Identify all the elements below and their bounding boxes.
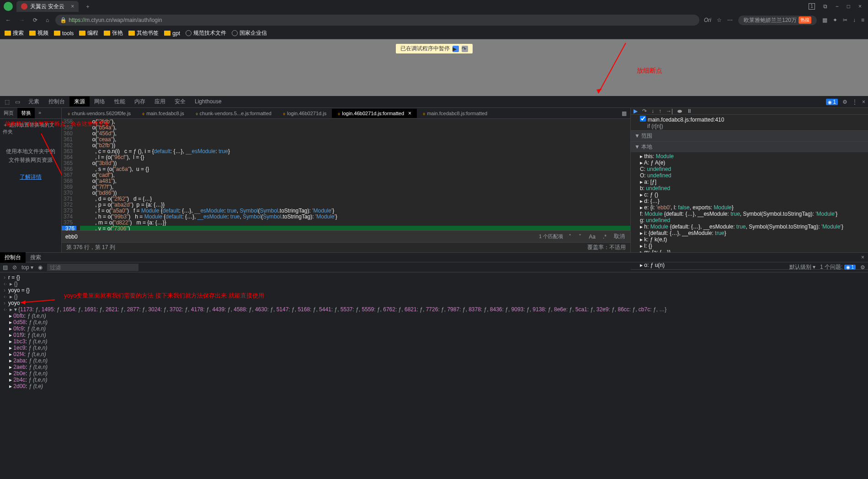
- sidetab-page[interactable]: 网页: [0, 108, 17, 118]
- minimize-icon[interactable]: −: [836, 3, 839, 10]
- local-scope-header[interactable]: ▼ 本地: [631, 142, 868, 152]
- close-window-icon[interactable]: ×: [858, 3, 862, 10]
- device-icon[interactable]: ▭: [13, 99, 22, 105]
- devtools-tab[interactable]: 应用: [150, 96, 170, 106]
- new-tab-button[interactable]: ＋: [82, 3, 93, 11]
- find-prev-icon[interactable]: ˄: [567, 234, 573, 240]
- line-gutter[interactable]: 3583593603613623633643653663673683693703…: [62, 119, 76, 230]
- screenshot-icon[interactable]: ✂: [843, 17, 847, 23]
- scope-variable[interactable]: ▸ i: {default: {…}, __esModule: true}: [631, 230, 868, 236]
- console-property[interactable]: ▸ 0bfb: ƒ (t,e,n): [9, 313, 868, 319]
- issues-count[interactable]: 1 个问题: ◉ 1: [820, 263, 856, 271]
- favorites-icon[interactable]: ✦: [833, 17, 837, 23]
- find-cancel[interactable]: 取消: [612, 233, 627, 240]
- reload-icon[interactable]: ⟳: [31, 17, 39, 23]
- resume-button[interactable]: ▶: [634, 108, 638, 114]
- bookmark-item[interactable]: 规范技术文件: [186, 29, 226, 37]
- console-property[interactable]: ▸ 2aba: ƒ (t,e,n): [9, 357, 868, 364]
- maximize-icon[interactable]: □: [847, 3, 850, 10]
- bookmark-item[interactable]: 其他书签: [128, 29, 159, 37]
- scope-variable[interactable]: ▸ A: ƒ A(e): [631, 160, 868, 166]
- code-area[interactable]: 3583593603613623633643653663673683693703…: [62, 119, 630, 230]
- file-tab[interactable]: ⬨ login.46b0271d.js: [277, 109, 332, 118]
- scope-header[interactable]: ▼ 范围: [631, 131, 868, 141]
- devtools-tab[interactable]: 网络: [90, 96, 110, 106]
- download-icon[interactable]: ↓: [853, 17, 856, 23]
- extensions-icon[interactable]: ⧉: [823, 3, 827, 10]
- star-icon[interactable]: ☆: [717, 17, 722, 23]
- console-property[interactable]: ▸ 0fc9: ƒ (t,e,n): [9, 325, 868, 332]
- filetab-more-icon[interactable]: ▦: [618, 110, 630, 117]
- bookmark-item[interactable]: 视频: [29, 29, 48, 37]
- scope-variable[interactable]: b: undefined: [631, 185, 868, 192]
- console-property[interactable]: ▸ 1ec9: ƒ (t,e,n): [9, 345, 868, 351]
- sidetab-overrides[interactable]: 替换: [17, 108, 35, 118]
- home-icon[interactable]: ⌂: [44, 17, 51, 23]
- file-tab[interactable]: ⬨ chunk-vendors.5...e.js:formatted: [190, 109, 277, 118]
- scope-variable[interactable]: f: Module {default: {…}, __esModule: tru…: [631, 211, 868, 217]
- sidebar-toggle-icon[interactable]: ▤: [3, 264, 8, 271]
- bookmark-item[interactable]: 国家企业信: [232, 29, 267, 37]
- step-icon[interactable]: ↷: [462, 46, 468, 52]
- console-body[interactable]: ›r = {}‹·▸ {}›yoyo = {}‹·▸ {}›yoyo yoyo变…: [0, 272, 868, 479]
- bookmark-item[interactable]: 张艳: [104, 29, 123, 37]
- breakpoint-checkbox[interactable]: [640, 116, 646, 122]
- devtools-tab[interactable]: 控制台: [44, 96, 69, 106]
- devtools-tab[interactable]: 性能: [110, 96, 130, 106]
- settings-icon[interactable]: ⚙: [842, 99, 847, 105]
- scope-variable[interactable]: ▸ e: {i: 'ebb0', l: false, exports: Modu…: [631, 204, 868, 211]
- console-property[interactable]: ▸ 01f9: ƒ (t,e,n): [9, 332, 868, 338]
- console-settings-icon[interactable]: ⚙: [860, 264, 865, 271]
- find-next-icon[interactable]: ˅: [577, 234, 583, 240]
- console-property[interactable]: ▸ 1bc3: ƒ (t,e,n): [9, 338, 868, 345]
- console-property[interactable]: ▸ 0d58: ƒ (t,e,n): [9, 319, 868, 325]
- console-object-head[interactable]: ▸ ▾ {1173: ƒ, 1495: ƒ, 1654: ƒ, 1691: ƒ,…: [10, 306, 666, 313]
- file-tab[interactable]: ⬨ main.fcedabc8.js: [136, 109, 190, 118]
- file-tab[interactable]: ⬨ login.46b0271d.js:formatted ×: [332, 109, 417, 118]
- bookmark-item[interactable]: gpt: [164, 30, 180, 37]
- sidetab-more[interactable]: »: [35, 108, 45, 118]
- devtools-tab[interactable]: Lighthouse: [190, 96, 226, 106]
- scope-variable[interactable]: ▸ c: ƒ (): [631, 192, 868, 198]
- file-tab[interactable]: ⬨ chunk-vendors.5620f0fe.js: [62, 109, 136, 118]
- scope-variable[interactable]: ▸ a: [ƒ]: [631, 179, 868, 185]
- console-property[interactable]: ▸ 2b0e: ƒ (t,e,n): [9, 370, 868, 377]
- deactivate-bp-icon[interactable]: ⬬: [677, 108, 682, 114]
- console-property[interactable]: ▸ 2b4c: ƒ (t,e,n): [9, 377, 868, 383]
- close-tab-icon[interactable]: ×: [71, 3, 74, 10]
- search-box[interactable]: 欧莱雅鲍娇兰兰120万 热搜: [738, 16, 817, 25]
- scope-variable[interactable]: ▸ h: Module {default: {…}, __esModule: t…: [631, 224, 868, 230]
- resume-icon[interactable]: ▶: [453, 46, 459, 52]
- find-case-icon[interactable]: Aa: [587, 234, 597, 240]
- scope-variable[interactable]: ▸ k: ƒ k(e,t): [631, 236, 868, 243]
- find-input[interactable]: [65, 234, 535, 240]
- devtools-tab[interactable]: 来源: [69, 96, 90, 106]
- console-property[interactable]: ▸ 2d00: ƒ (t,e): [9, 383, 868, 389]
- bookmark-item[interactable]: 编程: [79, 29, 98, 37]
- inspect-icon[interactable]: ⬚: [3, 99, 11, 105]
- pause-exception-icon[interactable]: ⏸: [687, 108, 692, 114]
- clear-console-icon[interactable]: ⊘: [12, 264, 17, 271]
- live-expr-icon[interactable]: ◉: [38, 264, 43, 271]
- profile-avatar[interactable]: [4, 2, 13, 11]
- url-input[interactable]: 🔒 https://m.ctyun.cn/wap/main/auth/login: [55, 15, 699, 26]
- back-icon[interactable]: ←: [4, 17, 13, 23]
- scope-variable[interactable]: O: undefined: [631, 172, 868, 179]
- find-regex-icon[interactable]: .*: [601, 234, 608, 240]
- console-close-icon[interactable]: ×: [857, 254, 868, 261]
- scope-variable[interactable]: ▸ this: Module: [631, 153, 868, 160]
- step-over-icon[interactable]: ↷: [642, 108, 647, 114]
- scope-variable[interactable]: C: undefined: [631, 166, 868, 172]
- devtools-tab[interactable]: 元素: [24, 96, 44, 106]
- bookmark-item[interactable]: 搜索: [5, 29, 24, 37]
- console-property[interactable]: ▸ 02f4: ƒ (t,e,n): [9, 351, 868, 357]
- file-tab[interactable]: ⬨ main.fcedabc8.js:formatted: [417, 109, 493, 118]
- error-badge[interactable]: ◉ 1: [826, 99, 838, 105]
- console-tab[interactable]: 控制台: [0, 252, 26, 263]
- apps-icon[interactable]: ▦: [822, 17, 827, 23]
- scope-variable[interactable]: ▸ l: {}: [631, 243, 868, 249]
- search-tab[interactable]: 搜索: [26, 252, 46, 263]
- breakpoint-location[interactable]: main.fcedabc8.js:formatted:410: [648, 117, 724, 123]
- scope-variable[interactable]: g: undefined: [631, 217, 868, 224]
- context-selector[interactable]: top ▾: [21, 264, 33, 271]
